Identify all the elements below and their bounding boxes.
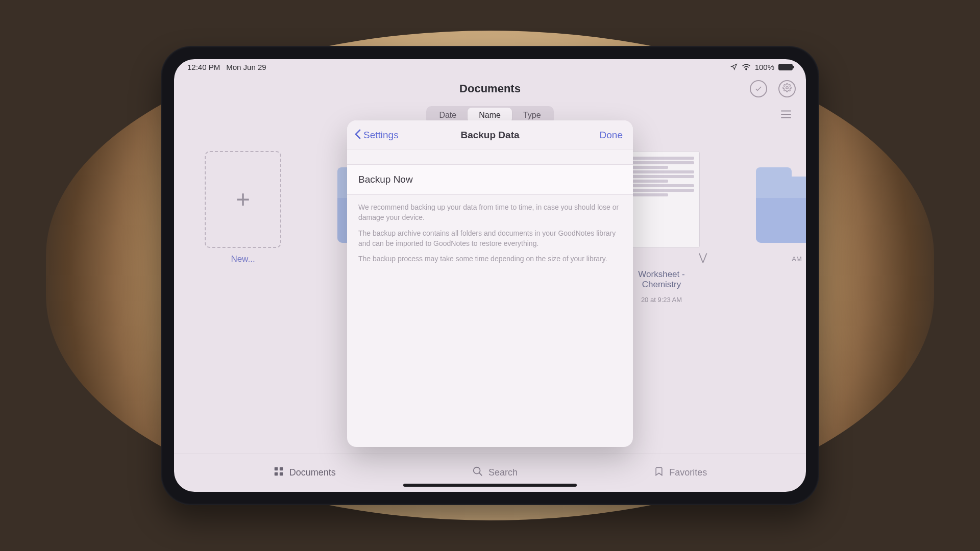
modal-description: We recommend backing up your data from t… — [347, 195, 633, 264]
modal-header: Settings Backup Data Done — [347, 120, 633, 150]
backup-now-row[interactable]: Backup Now — [347, 164, 633, 195]
ipad-screen: 12:40 PM Mon Jun 29 100% Documents — [174, 59, 806, 492]
chevron-left-icon — [354, 129, 361, 142]
modal-back-label: Settings — [363, 130, 399, 141]
modal-title: Backup Data — [460, 130, 519, 141]
modal-back-button[interactable]: Settings — [354, 129, 399, 142]
modal-desc-line: The backup process may take some time de… — [358, 254, 622, 264]
modal-desc-line: The backup archive contains all folders … — [358, 228, 622, 249]
backup-data-modal: Settings Backup Data Done Backup Now We … — [347, 120, 633, 447]
modal-body: Backup Now We recommend backing up your … — [347, 150, 633, 447]
ipad-device-frame: 12:40 PM Mon Jun 29 100% Documents — [161, 46, 819, 505]
modal-desc-line: We recommend backing up your data from t… — [358, 202, 622, 223]
modal-done-button[interactable]: Done — [600, 130, 623, 141]
